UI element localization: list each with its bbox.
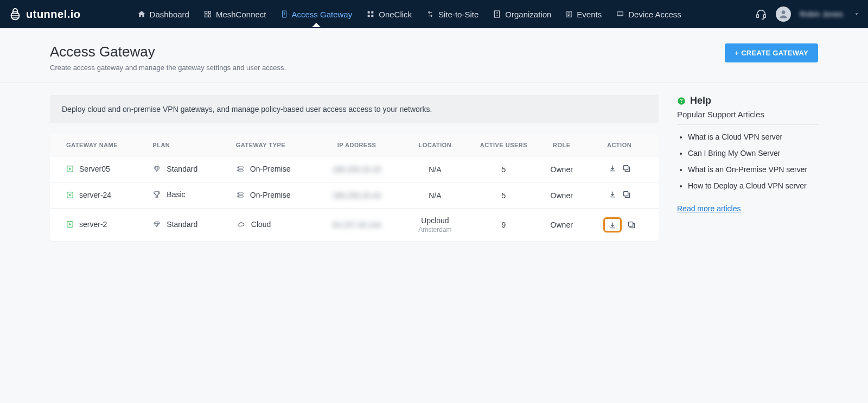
help-title: Help xyxy=(677,95,818,106)
download-action[interactable] xyxy=(608,164,617,173)
role-value: Owner xyxy=(551,221,573,229)
lock-globe-icon xyxy=(9,8,22,21)
nav-label: Organization xyxy=(505,10,551,19)
nav-label: Device Access xyxy=(628,10,681,19)
info-banner: Deploy cloud and on-premise VPN gateways… xyxy=(50,95,659,123)
nav-label: Dashboard xyxy=(150,10,189,19)
nav-label: MeshConnect xyxy=(216,10,266,19)
nav-oneclick[interactable]: OneClick xyxy=(364,2,414,27)
plan-value: Standard xyxy=(167,165,197,173)
plan-icon xyxy=(152,190,161,199)
nav-label: Access Gateway xyxy=(292,10,353,19)
ip-address: 189.200.20.44 xyxy=(333,191,381,200)
org-icon xyxy=(493,10,501,18)
svg-point-15 xyxy=(238,167,239,167)
nav-events[interactable]: Events xyxy=(563,2,604,27)
page-header: Access Gateway Create access gateway and… xyxy=(0,28,868,83)
gateway-table: GATEWAY NAME PLAN GATEWAY TYPE IP ADDRES… xyxy=(50,134,659,241)
help-article-list: What is a Cloud VPN serverCan I Bring My… xyxy=(677,133,818,190)
status-play-icon xyxy=(66,165,74,173)
nav-site-to-site[interactable]: Site-to-Site xyxy=(424,2,481,27)
nav-dashboard[interactable]: Dashboard xyxy=(135,2,192,27)
gateway-icon xyxy=(280,10,288,18)
location-value: N/A xyxy=(429,165,441,174)
active-users: 5 xyxy=(502,165,506,174)
plan-value: Basic xyxy=(167,190,185,199)
nav-meshconnect[interactable]: MeshConnect xyxy=(201,2,269,27)
username: Robin Jones xyxy=(800,10,843,18)
help-question-icon xyxy=(677,97,686,105)
th-role: ROLE xyxy=(534,134,589,156)
svg-rect-4 xyxy=(368,15,370,17)
help-article-item[interactable]: Can I Bring My Own Server xyxy=(688,149,818,158)
table-row[interactable]: Server05 Standard On-Premise 189.200.20.… xyxy=(50,156,659,182)
download-action[interactable] xyxy=(603,217,622,232)
location-value: Upcloud xyxy=(421,216,449,225)
create-gateway-button[interactable]: + CREATE GATEWAY xyxy=(725,43,818,62)
help-article-item[interactable]: What is an On-Premise VPN server xyxy=(688,165,818,174)
th-ip: IP ADDRESS xyxy=(316,134,397,156)
svg-rect-17 xyxy=(623,166,628,170)
support-headset-icon[interactable] xyxy=(755,8,767,20)
th-name: GATEWAY NAME xyxy=(50,134,147,156)
chevron-down-icon xyxy=(854,11,859,17)
site-icon xyxy=(426,10,435,18)
nav-organization[interactable]: Organization xyxy=(490,2,553,27)
type-icon xyxy=(236,221,246,228)
help-title-text: Help xyxy=(690,95,711,106)
help-subtitle: Popular Support Articles xyxy=(677,110,818,119)
nav-device-access[interactable]: Device Access xyxy=(614,2,684,27)
gateway-name: server-24 xyxy=(79,191,111,199)
scale-action[interactable] xyxy=(622,190,631,199)
read-more-link[interactable]: Read more articles xyxy=(677,204,741,213)
user-menu-toggle[interactable] xyxy=(854,11,859,17)
brand-logo[interactable]: utunnel.io xyxy=(9,8,81,21)
svg-point-21 xyxy=(238,193,239,193)
scale-action[interactable] xyxy=(622,164,631,173)
page-title: Access Gateway xyxy=(50,43,286,60)
table-row[interactable]: server-24 Basic On-Premise 189.200.20.44… xyxy=(50,182,659,209)
gateway-name: Server05 xyxy=(79,165,110,173)
location-sub: Amsterdam xyxy=(403,226,468,234)
svg-point-16 xyxy=(238,170,239,171)
brand-text: utunnel.io xyxy=(26,8,81,21)
th-action: ACTION xyxy=(589,134,659,156)
type-value: Cloud xyxy=(251,220,271,229)
location-value: N/A xyxy=(429,191,441,200)
type-icon xyxy=(236,191,245,199)
scale-action[interactable] xyxy=(627,221,636,229)
active-users: 5 xyxy=(502,191,506,200)
status-play-icon xyxy=(66,221,74,228)
main-column: Deploy cloud and on-premise VPN gateways… xyxy=(50,95,659,241)
svg-rect-5 xyxy=(372,15,374,17)
nav-label: Events xyxy=(577,10,602,19)
table-row[interactable]: server-2 Standard Cloud 94.237.40.144 Up… xyxy=(50,209,659,242)
help-panel: Help Popular Support Articles What is a … xyxy=(677,95,818,213)
nav-label: OneClick xyxy=(379,10,412,19)
svg-rect-3 xyxy=(372,11,374,14)
nav-items: Dashboard MeshConnect Access Gateway One… xyxy=(135,2,755,27)
svg-rect-23 xyxy=(623,192,628,196)
nav-access-gateway[interactable]: Access Gateway xyxy=(278,2,355,27)
home-icon xyxy=(137,10,146,18)
avatar[interactable] xyxy=(776,7,791,22)
plan-value: Standard xyxy=(167,220,197,229)
svg-point-22 xyxy=(238,196,239,197)
plan-icon xyxy=(152,165,161,173)
svg-rect-10 xyxy=(764,15,766,17)
help-article-item[interactable]: How to Deploy a Cloud VPN server xyxy=(688,181,818,190)
page-body: Access Gateway Create access gateway and… xyxy=(0,28,868,403)
ip-address: 94.237.40.144 xyxy=(333,221,381,229)
help-article-item[interactable]: What is a Cloud VPN server xyxy=(688,133,818,141)
th-loc: LOCATION xyxy=(397,134,473,156)
gateway-table-card: GATEWAY NAME PLAN GATEWAY TYPE IP ADDRES… xyxy=(50,134,659,241)
th-type: GATEWAY TYPE xyxy=(231,134,316,156)
gateway-name: server-2 xyxy=(79,220,107,229)
th-plan: PLAN xyxy=(147,134,230,156)
th-users: ACTIVE USERS xyxy=(473,134,535,156)
svg-point-11 xyxy=(782,10,786,14)
download-action[interactable] xyxy=(608,190,617,199)
svg-rect-6 xyxy=(495,11,500,17)
active-users: 9 xyxy=(502,221,506,229)
content: Deploy cloud and on-premise VPN gateways… xyxy=(0,83,868,263)
